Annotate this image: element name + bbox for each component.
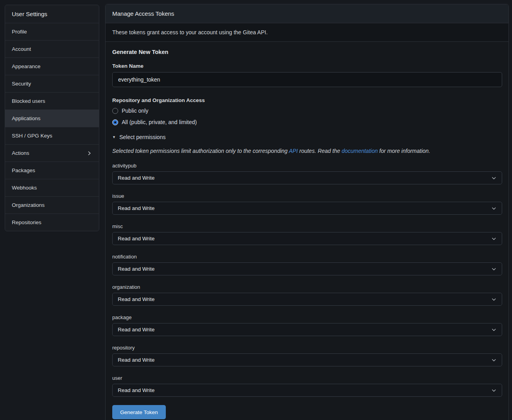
selected-option: Read and Write [118, 296, 155, 302]
sidebar-item-label: SSH / GPG Keys [12, 133, 52, 139]
sidebar-item-label: Blocked users [12, 98, 45, 104]
misc-permission-select[interactable]: Read and Write [112, 232, 502, 245]
scope-label: issue [112, 193, 502, 199]
activitypub-permission-select[interactable]: Read and Write [112, 171, 502, 184]
radio-label: Public only [122, 108, 148, 114]
chevron-down-icon [491, 236, 497, 242]
settings-sidebar: User Settings Profile Account Appearance… [5, 5, 99, 231]
permissions-note: Selected token permissions limit authori… [112, 148, 502, 154]
scope-group-organization: organization Read and Write [112, 284, 502, 306]
scope-group-user: user Read and Write [112, 375, 502, 397]
sidebar-item-applications[interactable]: Applications [5, 110, 99, 127]
scope-label: package [112, 314, 502, 320]
documentation-link[interactable]: documentation [341, 148, 378, 154]
token-name-label: Token Name [112, 63, 502, 69]
api-link[interactable]: API [289, 148, 298, 154]
selected-option: Read and Write [118, 327, 155, 333]
sidebar-item-label: Profile [12, 29, 27, 35]
chevron-down-icon [491, 175, 497, 181]
scope-label: notification [112, 254, 502, 260]
package-permission-select[interactable]: Read and Write [112, 323, 502, 336]
chevron-down-icon [491, 206, 497, 211]
manage-access-tokens-panel: Manage Access Tokens These tokens grant … [105, 4, 509, 420]
chevron-down-icon [491, 357, 497, 363]
selected-option: Read and Write [118, 205, 155, 211]
sidebar-item-label: Packages [12, 167, 35, 173]
sidebar-item-organizations[interactable]: Organizations [5, 197, 99, 214]
radio-public-only[interactable]: Public only [112, 107, 502, 115]
repository-permission-select[interactable]: Read and Write [112, 353, 502, 366]
sidebar-item-label: Actions [12, 150, 29, 156]
sidebar-item-label: Repositories [12, 219, 41, 225]
user-permission-select[interactable]: Read and Write [112, 384, 502, 397]
chevron-down-icon [491, 388, 497, 393]
sidebar-item-blocked-users[interactable]: Blocked users [5, 93, 99, 110]
select-permissions-label: Select permissions [119, 134, 166, 140]
radio-unselected-icon [112, 108, 118, 114]
form-heading: Generate New Token [112, 49, 502, 55]
scope-label: activitypub [112, 163, 502, 169]
sidebar-item-label: Webhooks [12, 185, 37, 191]
scope-group-activitypub: activitypub Read and Write [112, 163, 502, 184]
note-text: Selected token permissions limit authori… [112, 148, 289, 154]
scope-group-notification: notification Read and Write [112, 254, 502, 275]
sidebar-item-label: Appearance [12, 63, 41, 69]
scope-label: organization [112, 284, 502, 290]
selected-option: Read and Write [118, 236, 155, 242]
triangle-down-icon: ▼ [112, 136, 116, 139]
scope-group-package: package Read and Write [112, 314, 502, 336]
sidebar-item-label: Organizations [12, 202, 45, 208]
notification-permission-select[interactable]: Read and Write [112, 262, 502, 275]
select-permissions-toggle[interactable]: ▼ Select permissions [112, 134, 502, 140]
sidebar-item-actions[interactable]: Actions [5, 145, 99, 162]
issue-permission-select[interactable]: Read and Write [112, 202, 502, 215]
selected-option: Read and Write [118, 175, 155, 181]
sidebar-item-profile[interactable]: Profile [5, 23, 99, 41]
selected-option: Read and Write [118, 357, 155, 363]
access-scope-label: Repository and Organization Access [112, 97, 502, 103]
sidebar-item-ssh-gpg-keys[interactable]: SSH / GPG Keys [5, 127, 99, 145]
panel-description: These tokens grant access to your accoun… [106, 23, 508, 42]
sidebar-item-security[interactable]: Security [5, 75, 99, 93]
sidebar-title: User Settings [5, 5, 99, 23]
chevron-down-icon [491, 327, 497, 333]
scope-group-issue: issue Read and Write [112, 193, 502, 215]
scope-group-misc: misc Read and Write [112, 223, 502, 245]
selected-option: Read and Write [118, 266, 155, 272]
sidebar-item-label: Account [12, 46, 31, 52]
note-text: routes. Read the [298, 148, 341, 154]
generate-token-button[interactable]: Generate Token [112, 405, 166, 419]
scope-label: repository [112, 345, 502, 351]
sidebar-item-webhooks[interactable]: Webhooks [5, 179, 99, 197]
scope-group-repository: repository Read and Write [112, 345, 502, 366]
selected-option: Read and Write [118, 387, 155, 393]
scope-label: misc [112, 223, 502, 229]
generate-token-form: Generate New Token Token Name Repository… [106, 42, 508, 420]
sidebar-item-label: Applications [12, 115, 41, 121]
scope-label: user [112, 375, 502, 381]
radio-all-access[interactable]: All (public, private, and limited) [112, 118, 502, 126]
sidebar-item-repositories[interactable]: Repositories [5, 214, 99, 231]
sidebar-item-appearance[interactable]: Appearance [5, 58, 99, 75]
page: User Settings Profile Account Appearance… [0, 0, 512, 420]
sidebar-item-label: Security [12, 81, 31, 87]
radio-label: All (public, private, and limited) [122, 119, 197, 125]
token-name-input[interactable] [112, 72, 502, 87]
note-text: for more information. [378, 148, 430, 154]
chevron-right-icon [87, 151, 92, 156]
sidebar-item-account[interactable]: Account [5, 41, 99, 58]
panel-title: Manage Access Tokens [106, 4, 508, 23]
radio-selected-icon [112, 119, 118, 125]
organization-permission-select[interactable]: Read and Write [112, 293, 502, 306]
sidebar-item-packages[interactable]: Packages [5, 162, 99, 179]
chevron-down-icon [491, 297, 497, 302]
chevron-down-icon [491, 266, 497, 272]
